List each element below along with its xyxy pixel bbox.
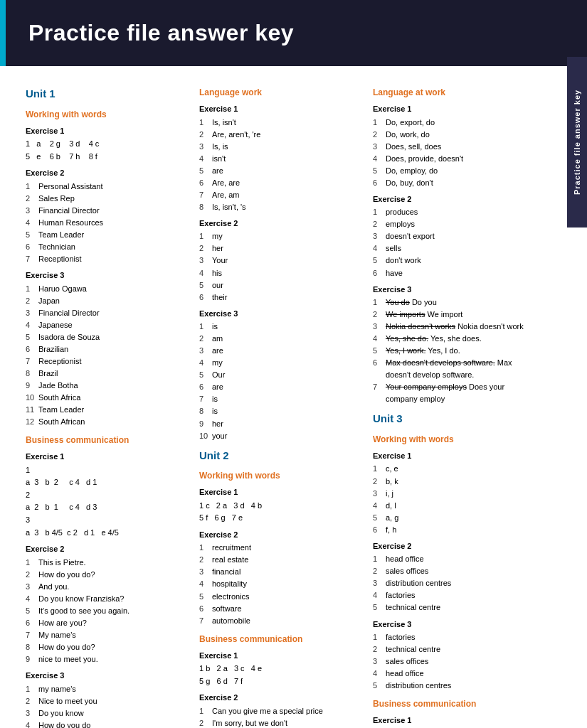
list-item: 3financial: [199, 566, 356, 578]
exercise-label: Exercise 1: [373, 714, 536, 727]
exercise-label: Exercise 2: [373, 540, 536, 552]
unit2-bcomm-ex1: 1 b 2 a 3 c 4 e 5 g 6 d 7 f: [199, 663, 356, 687]
exercise-label: Exercise 1: [373, 103, 536, 115]
lang-ex3-list: 1is 2am 3are 4my 5Our 6are 7is 8is 9her …: [199, 321, 356, 441]
bcomm-ex3-list: 1my name's 2Nice to meet you 3Do you kno…: [26, 683, 182, 728]
unit3-ex1-list: 1c, e 2b, k 3i, j 4d, l 5a, g 6f, h: [373, 463, 536, 535]
list-item: 2Do, work, do: [373, 129, 536, 141]
col3-ex1-list: 1Do, export, do 2Do, work, do 3Does, sel…: [373, 117, 536, 189]
list-item: 1factories: [373, 631, 536, 643]
main-content: Unit 1 Working with words Exercise 1 1 a…: [0, 66, 587, 728]
list-item: 9nice to meet you.: [26, 653, 182, 665]
list-item: 6their: [199, 291, 356, 304]
list-item: 2am: [199, 333, 356, 345]
list-item: 3And you.: [26, 581, 182, 593]
section-working-with-words-1: Working with words: [26, 108, 182, 121]
exercise-label: Exercise 1: [199, 650, 356, 662]
list-item: 5our: [199, 279, 356, 291]
list-item: 8Brazil: [26, 368, 182, 380]
exercise-label: Exercise 2: [373, 193, 536, 205]
list-item: 3are: [199, 345, 356, 357]
list-item: 6How are you?: [26, 617, 182, 629]
list-item: 11Team Leader: [26, 404, 182, 416]
page-header: Practice file answer key: [0, 0, 587, 66]
unit2-ex2-list: 1recruitment 2real estate 3financial 4ho…: [199, 542, 356, 626]
list-item: 1is: [199, 321, 356, 333]
exercise-1-answers: 1 a 2 g 3 d 4 c 5 e 6 b 7 h 8 f: [26, 138, 182, 163]
list-item: 3Is, is: [199, 141, 356, 153]
list-item: 4head office: [373, 668, 536, 680]
exercise-label: Exercise 2: [26, 167, 182, 179]
list-item: 2How do you do?: [26, 569, 182, 581]
list-item: 4Yes, she do. Yes, she does.: [373, 333, 536, 345]
unit2-bcomm-ex2-list: 1Can you give me a special price 2I'm so…: [199, 705, 356, 728]
exercise-label: Exercise 3: [373, 284, 536, 296]
list-item: 5a, g: [373, 512, 536, 524]
unit2-ex1-answers: 1 c 2 a 3 d 4 b 5 f 6 g 7 e: [199, 500, 356, 525]
list-item: 2employs: [373, 218, 536, 230]
list-item: 7My name's: [26, 629, 182, 641]
list-item: 5don't work: [373, 255, 536, 267]
list-item: 4How do you do: [26, 719, 182, 728]
list-item: 3Does, sell, does: [373, 141, 536, 153]
list-item: 8Is, isn't, 's: [199, 201, 356, 213]
list-item: 4Human Resources: [26, 217, 182, 229]
list-item: 3Financial Director: [26, 307, 182, 319]
exercise-label: Exercise 3: [373, 619, 536, 631]
bcomm-ex2-list: 1This is Pietre. 2How do you do? 3And yo…: [26, 557, 182, 665]
lang-ex2-list: 1my 2her 3Your 4his 5our 6their: [199, 230, 356, 303]
list-item: 4his: [199, 267, 356, 279]
section-working-with-words-3: Working with words: [373, 433, 536, 446]
col3-ex2-list: 1produces 2employs 3doesn't export 4sell…: [373, 206, 536, 279]
list-item: 6Technician: [26, 241, 182, 253]
list-item: 12South African: [26, 416, 182, 428]
list-item: 1Do, export, do: [373, 117, 536, 129]
list-item: 4hospitality: [199, 578, 356, 590]
exercise-label: Exercise 1: [199, 486, 356, 498]
list-item: 5distribution centres: [373, 680, 536, 692]
list-item: 10your: [199, 430, 356, 442]
exercise-label: Exercise 3: [26, 269, 182, 282]
list-item: 4sells: [373, 242, 536, 255]
list-item: 3sales offices: [373, 655, 536, 668]
unit-2-title: Unit 2: [199, 448, 356, 464]
header-accent-bar: [0, 0, 6, 66]
list-item: 1my name's: [26, 683, 182, 695]
list-item: 2Japan: [26, 295, 182, 307]
list-item: 3Your: [199, 255, 356, 267]
side-label: Practice file answer key: [567, 57, 587, 228]
list-item: 3Do you know: [26, 707, 182, 719]
exercise-3-list: 1Haruo Ogawa 2Japan 3Financial Director …: [26, 283, 182, 429]
list-item: 4Does, provide, doesn't: [373, 153, 536, 165]
list-item: 6have: [373, 267, 536, 279]
list-item: 6f, h: [373, 524, 536, 536]
list-item: 1head office: [373, 553, 536, 565]
list-item: 2real estate: [199, 554, 356, 566]
list-item: 5It's good to see you again.: [26, 605, 182, 617]
list-item: 5Our: [199, 369, 356, 381]
list-item: 1This is Pietre.: [26, 557, 182, 569]
list-item: 7automobile: [199, 615, 356, 627]
list-item: 1You do Do you: [373, 296, 536, 309]
list-item: 3Financial Director: [26, 205, 182, 217]
exercise-label: Exercise 2: [199, 692, 356, 704]
list-item: 6Max doesn't develops software. Max does…: [373, 357, 536, 381]
list-item: 5Isadora de Souza: [26, 331, 182, 343]
list-item: 3doesn't export: [373, 230, 536, 242]
exercise-label: Exercise 3: [26, 670, 182, 682]
lang-ex1-list: 1Is, isn't 2Are, aren't, 're 3Is, is 4is…: [199, 117, 356, 213]
list-item: 9Jade Botha: [26, 380, 182, 392]
list-item: 2sales offices: [373, 565, 536, 577]
list-item: 2Nice to meet you: [26, 695, 182, 707]
list-item: 7is: [199, 393, 356, 405]
exercise-label: Exercise 1: [26, 451, 182, 463]
list-item: 8is: [199, 405, 356, 417]
bcomm-ex1: 1 a 3 b 2 c 4 d 1 2 a 2 b 1 c 4 d 3 3 a …: [26, 464, 182, 540]
column-2: Language work Exercise 1 1Is, isn't 2Are…: [199, 80, 356, 728]
unit3-ex2-list: 1head office 2sales offices 3distributio…: [373, 553, 536, 614]
list-item: 6Are, are: [199, 177, 356, 189]
list-item: 1produces: [373, 206, 536, 218]
list-item: 7Receptionist: [26, 355, 182, 368]
column-3: Language at work Exercise 1 1Do, export,…: [373, 80, 536, 728]
list-item: 5electronics: [199, 591, 356, 603]
